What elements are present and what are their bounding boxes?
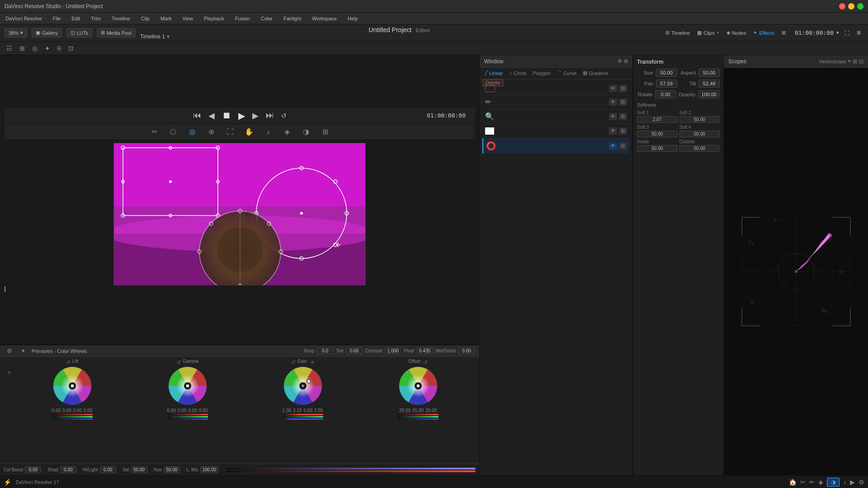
window-close-button[interactable] [839, 3, 845, 9]
tool-tracker[interactable]: ⊕ [205, 126, 217, 138]
hilight-value[interactable]: 0.00 [100, 466, 116, 473]
window-item-circle-eye[interactable]: 👁 [609, 142, 617, 150]
gain-g-slider[interactable] [283, 416, 323, 418]
tool-window[interactable]: ◎ [186, 126, 198, 138]
scopes-dropdown-button[interactable]: ▾ [848, 58, 851, 64]
timeline-view-button[interactable]: ⊟ Timeline [663, 28, 693, 37]
menu-view[interactable]: View [180, 15, 195, 22]
stop-button[interactable]: ⏹ [222, 110, 231, 121]
window-item-detail[interactable]: 🔍 👁 ⛓ [482, 109, 630, 124]
fairlight-nav-button[interactable]: ♪ [843, 479, 846, 486]
window-item-rect[interactable]: 👁 ⛓ [482, 82, 630, 95]
menu-edit[interactable]: Edit [70, 15, 82, 22]
window-item-pen-link[interactable]: ⛓ [619, 99, 627, 106]
luts-button[interactable]: ◫ LUTs [66, 28, 92, 38]
effects-view-button[interactable]: ✦ Effects [750, 28, 777, 37]
lift-b-slider[interactable] [52, 418, 93, 420]
window-item-detail-link[interactable]: ⛓ [619, 113, 627, 120]
tool-magic[interactable]: ⛶ [224, 126, 236, 138]
aspect-value[interactable]: 50.00 [698, 69, 720, 77]
offset-g-slider[interactable] [398, 416, 439, 418]
contrast-value[interactable]: 1.000 [385, 347, 401, 354]
sat-value[interactable]: 50.00 [131, 466, 147, 473]
gain-reset-button[interactable]: ↺ [291, 359, 296, 366]
color-nav-button[interactable]: ◑ [827, 478, 840, 487]
window-item-circle-link[interactable]: ⛓ [619, 142, 627, 150]
outside-value[interactable]: 50.00 [679, 145, 720, 152]
color-panel-options-button[interactable]: ⚙ [5, 347, 14, 356]
inside-value[interactable]: 50.00 [637, 145, 678, 152]
tool-grab[interactable]: ✋ [243, 126, 255, 138]
temp-value[interactable]: 0.0 [317, 347, 333, 354]
soft2-value[interactable]: 50.00 [679, 116, 720, 123]
tilt-value[interactable]: 52.48 [698, 80, 720, 88]
go-to-start-button[interactable]: ⏮ [193, 111, 201, 120]
edit-nav-button[interactable]: ✏ [809, 479, 815, 486]
tool-select[interactable]: ⬡ [167, 126, 179, 138]
media-pool-button[interactable]: ⊞ Media Pool [97, 28, 136, 38]
gamma-reset-button[interactable]: ↺ [176, 359, 181, 366]
gamma-r-slider[interactable] [167, 414, 208, 415]
lift-reset-button[interactable]: ↺ [66, 359, 71, 366]
add-node-button[interactable]: ＋ [5, 368, 13, 377]
gain-r-slider[interactable] [283, 414, 323, 415]
menu-davinci-resolve[interactable]: DaVinci Resolve [4, 15, 44, 22]
tool-scope[interactable]: ⊞ [319, 126, 331, 138]
window-maximize-button[interactable] [857, 3, 863, 9]
cut-nav-button[interactable]: ✂ [800, 479, 806, 486]
gradient-tool-button[interactable]: ▦ Gradient [580, 69, 610, 77]
menu-fairlight[interactable]: Fairlight [282, 15, 303, 22]
copy-button[interactable]: ⎘ [56, 44, 63, 53]
tool-audio[interactable]: ♪ [262, 126, 274, 138]
target-button[interactable]: ◎ [30, 44, 39, 53]
nodes-view-button[interactable]: ◈ Nodes [724, 28, 749, 37]
circle-tool-button[interactable]: ○ Circle [507, 70, 529, 77]
shad-value[interactable]: 0.00 [60, 466, 76, 473]
tool-cursor[interactable]: ✂ [148, 126, 160, 138]
menu-mark[interactable]: Mark [159, 15, 173, 22]
lightbox-view-button[interactable]: ⊞ Lightbox [779, 28, 788, 37]
flag-button[interactable]: ⊞ [18, 44, 27, 53]
step-forward-button[interactable]: ▶ [252, 111, 259, 121]
window-item-pen[interactable]: ✏ 👁 ⛓ [482, 95, 630, 109]
play-button[interactable]: ▶ [238, 110, 245, 121]
window-item-solid-link[interactable]: ⛓ [619, 127, 627, 135]
window-item-solid[interactable]: 👁 ⛓ [482, 124, 630, 138]
hue-value[interactable]: 50.00 [164, 466, 180, 473]
lmix-gradient-slider[interactable] [226, 468, 476, 469]
menu-color[interactable]: Color [259, 15, 274, 22]
offset-b-slider[interactable] [398, 418, 439, 420]
window-panel-settings-button[interactable]: ⚙ [618, 58, 622, 64]
linear-tool-button[interactable]: ╱ Linear [482, 69, 505, 77]
pan-value[interactable]: 57.59 [656, 80, 677, 88]
paste-button[interactable]: ⊡ [66, 44, 75, 53]
fullscreen-button[interactable]: ⛶ [842, 29, 852, 37]
gallery-button[interactable]: ▣ Gallery [32, 28, 62, 38]
hue-gradient-slider[interactable] [226, 470, 476, 472]
size-value[interactable]: 50.00 [656, 69, 677, 77]
gamma-wheel[interactable] [167, 366, 208, 406]
gain-b-slider[interactable] [283, 418, 323, 420]
step-back-button[interactable]: ◀ [208, 111, 215, 121]
lift-g-slider[interactable] [52, 416, 93, 418]
fusion-nav-button[interactable]: ◈ [818, 479, 823, 486]
menu-trim[interactable]: Trim [89, 15, 103, 22]
loop-button[interactable]: ↺ [281, 112, 287, 119]
clips-view-button[interactable]: ▦ Clips ▾ [694, 28, 722, 37]
menu-fusion[interactable]: Fusion [233, 15, 252, 22]
menu-clip[interactable]: Clip [139, 15, 151, 22]
rotate-value[interactable]: 0.00 [655, 90, 676, 99]
window-item-rect-link[interactable]: ⛓ [619, 85, 627, 92]
menu-timeline[interactable]: Timeline [110, 15, 132, 22]
offset-wheel[interactable] [398, 366, 439, 406]
lift-r-slider[interactable] [52, 414, 93, 415]
middetail-value[interactable]: 0.00 [458, 347, 475, 354]
zoom-dropdown[interactable]: 38% ▾ [5, 28, 27, 38]
offset-reset-button[interactable]: ↺ [423, 359, 428, 366]
deliver-nav-button[interactable]: ▶ [850, 479, 855, 486]
settings-nav-button[interactable]: ⚙ [859, 479, 864, 486]
window-item-detail-eye[interactable]: 👁 [609, 113, 617, 120]
menu-file[interactable]: File [51, 15, 63, 22]
tint-value[interactable]: 0.00 [346, 347, 363, 354]
scopes-layout-button[interactable]: ⊡ [859, 58, 863, 65]
